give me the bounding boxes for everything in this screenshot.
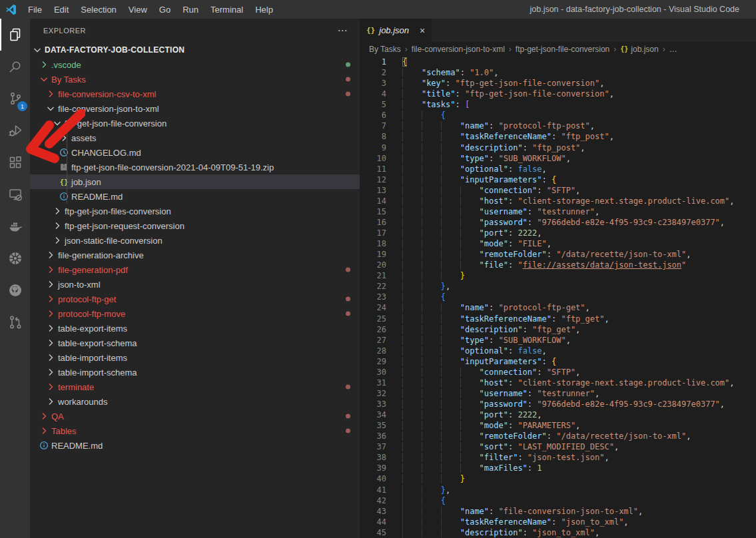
code-line[interactable]: 10 "type": "SUB_WORKFLOW", xyxy=(360,153,756,164)
code-line[interactable]: 17 "port": 2222, xyxy=(360,228,756,238)
tree-item[interactable]: ftp-get-json-request-conversion xyxy=(30,218,360,233)
tree-item[interactable]: {}job.json xyxy=(30,174,360,189)
code-line[interactable]: 6 { xyxy=(360,110,756,121)
chevron-right-icon[interactable] xyxy=(59,133,69,143)
menu-selection[interactable]: Selection xyxy=(75,0,122,19)
close-icon[interactable]: × xyxy=(420,26,425,35)
chevron-right-icon[interactable] xyxy=(45,338,56,348)
code-line[interactable]: 32 "username": "testrunner", xyxy=(360,388,756,399)
menu-edit[interactable]: Edit xyxy=(48,0,75,19)
chevron-right-icon[interactable] xyxy=(45,279,56,290)
code-line[interactable]: 29 "inputParameters": { xyxy=(360,356,756,367)
chevron-down-icon[interactable] xyxy=(52,118,63,129)
tree-item[interactable]: protocol-ftp-get xyxy=(30,292,360,306)
code-line[interactable]: 12 "inputParameters": { xyxy=(360,174,756,185)
tree-item[interactable]: workarounds xyxy=(30,394,360,409)
search-icon[interactable] xyxy=(0,51,30,83)
breadcrumb-item[interactable]: … xyxy=(669,45,677,54)
tab-job-json[interactable]: {} job.json × xyxy=(360,19,432,42)
code-line[interactable]: 7 "name": "protocol-ftp-post", xyxy=(360,121,756,131)
tree-root-folder[interactable]: DATA-FACTORY-JOB-COLLECTION xyxy=(30,43,360,57)
tree-item[interactable]: table-export-schema xyxy=(30,336,360,350)
tree-item[interactable]: table-import-items xyxy=(30,350,360,365)
code-line[interactable]: 44 "taskReferenceName": "json_to_xml", xyxy=(360,517,756,527)
code-editor[interactable]: 1{2 "schema": "1.0",3 "key": "ftp-get-js… xyxy=(360,57,756,538)
code-line[interactable]: 18 "mode": "FILE", xyxy=(360,238,756,249)
chevron-right-icon[interactable] xyxy=(52,235,63,246)
chevron-down-icon[interactable] xyxy=(45,103,56,114)
tree-item[interactable]: terminate xyxy=(30,380,360,394)
tree-item[interactable]: CHANGELOG.md xyxy=(30,145,360,160)
chevron-right-icon[interactable] xyxy=(45,264,56,275)
docker-icon[interactable] xyxy=(0,210,30,242)
chevron-right-icon[interactable] xyxy=(45,294,56,304)
code-line[interactable]: 20 "file": "file://assets/data/json-test… xyxy=(360,260,756,270)
chevron-right-icon[interactable] xyxy=(39,411,49,421)
menu-view[interactable]: View xyxy=(123,0,153,19)
extensions-icon[interactable] xyxy=(0,146,30,178)
tree-item[interactable]: protocol-ftp-move xyxy=(30,306,360,321)
code-line[interactable]: 26 "description": "ftp_get", xyxy=(360,324,756,335)
tree-item[interactable]: file-generation-pdf xyxy=(30,262,360,277)
code-line[interactable]: 40 } xyxy=(360,473,756,484)
tree-item[interactable]: file-conversion-csv-to-xml xyxy=(30,87,360,101)
code-line[interactable]: 43 "name": "file-conversion-json-to-xml"… xyxy=(360,506,756,517)
code-line[interactable]: 3 "key": "ftp-get-json-file-conversion", xyxy=(360,78,756,89)
chevron-right-icon[interactable] xyxy=(52,206,63,216)
tree-item[interactable]: README.md xyxy=(30,189,360,204)
code-line[interactable]: 5 "tasks": [ xyxy=(360,99,756,110)
tree-item[interactable]: .vscode xyxy=(30,57,360,72)
tree-item[interactable]: Tables xyxy=(30,423,360,438)
code-line[interactable]: 42 { xyxy=(360,495,756,506)
tree-item[interactable]: table-import-schema xyxy=(30,365,360,380)
tree-item[interactable]: json-static-file-conversion xyxy=(30,233,360,248)
tree-item[interactable]: ftp-get-json-files-conversion xyxy=(30,204,360,218)
kubernetes-icon[interactable] xyxy=(0,242,30,274)
chevron-down-icon[interactable] xyxy=(39,74,49,85)
chevron-right-icon[interactable] xyxy=(39,59,49,70)
code-line[interactable]: 33 "password": "9766debd-e82e-4f95-93c9-… xyxy=(360,399,756,409)
tree-item[interactable]: ftp-get-json-file-conversion-2021-04-09T… xyxy=(30,160,360,174)
code-line[interactable]: 39 "maxFiles": 1 xyxy=(360,463,756,473)
code-line[interactable]: 36 "remoteFolder": "/data/recette/json-t… xyxy=(360,431,756,441)
code-line[interactable]: 41 }, xyxy=(360,485,756,495)
code-line[interactable]: 19 "remoteFolder": "/data/recette/json-t… xyxy=(360,249,756,260)
chevron-down-icon[interactable] xyxy=(32,45,43,55)
code-line[interactable]: 9 "description": "ftp_post", xyxy=(360,142,756,153)
code-line[interactable]: 37 "sort": "LAST_MODIFIED_DESC", xyxy=(360,441,756,452)
run-debug-icon[interactable] xyxy=(0,115,30,146)
tree-item[interactable]: file-conversion-json-to-xml xyxy=(30,101,360,116)
code-line[interactable]: 4 "title": "ftp-get-json-file-conversion… xyxy=(360,89,756,99)
chevron-right-icon[interactable] xyxy=(45,323,56,334)
tree-item[interactable]: json-to-xml xyxy=(30,277,360,292)
code-line[interactable]: 27 "type": "SUB_WORKFLOW", xyxy=(360,335,756,346)
breadcrumb-item[interactable]: ftp-get-json-file-conversion xyxy=(516,45,609,54)
chevron-right-icon[interactable] xyxy=(45,382,56,392)
code-line[interactable]: 8 "taskReferenceName": "ftp_post", xyxy=(360,131,756,142)
code-line[interactable]: 35 "mode": "PARAMETERS", xyxy=(360,420,756,431)
tree-item[interactable]: README.md xyxy=(30,438,360,453)
chevron-right-icon[interactable] xyxy=(45,89,56,99)
code-line[interactable]: 2 "schema": "1.0", xyxy=(360,67,756,78)
code-line[interactable]: 30 "connection": "SFTP", xyxy=(360,367,756,378)
more-actions-icon[interactable]: ⋯ xyxy=(338,25,348,37)
code-line[interactable]: 11 "optional": false, xyxy=(360,164,756,174)
tree-item[interactable]: table-export-items xyxy=(30,321,360,336)
github-icon[interactable] xyxy=(0,274,30,306)
code-line[interactable]: 25 "taskReferenceName": "ftp_get", xyxy=(360,314,756,324)
chevron-right-icon[interactable] xyxy=(45,308,56,319)
tree-item[interactable]: file-generation-archive xyxy=(30,248,360,262)
menu-go[interactable]: Go xyxy=(153,0,177,19)
code-line[interactable]: 13 "connection": "SFTP", xyxy=(360,185,756,196)
code-line[interactable]: 15 "username": "testrunner", xyxy=(360,206,756,217)
code-line[interactable]: 1{ xyxy=(360,57,756,67)
chevron-right-icon[interactable] xyxy=(45,367,56,378)
code-line[interactable]: 34 "port": 2222, xyxy=(360,409,756,420)
menu-terminal[interactable]: Terminal xyxy=(204,0,249,19)
breadcrumb-item[interactable]: {}job.json xyxy=(620,45,658,54)
code-line[interactable]: 24 "name": "protocol-ftp-get", xyxy=(360,302,756,313)
tree-item[interactable]: By Tasks xyxy=(30,72,360,87)
tree-item[interactable]: QA xyxy=(30,409,360,423)
menu-help[interactable]: Help xyxy=(249,0,279,19)
code-line[interactable]: 45 "description": "json_to_xml", xyxy=(360,527,756,538)
